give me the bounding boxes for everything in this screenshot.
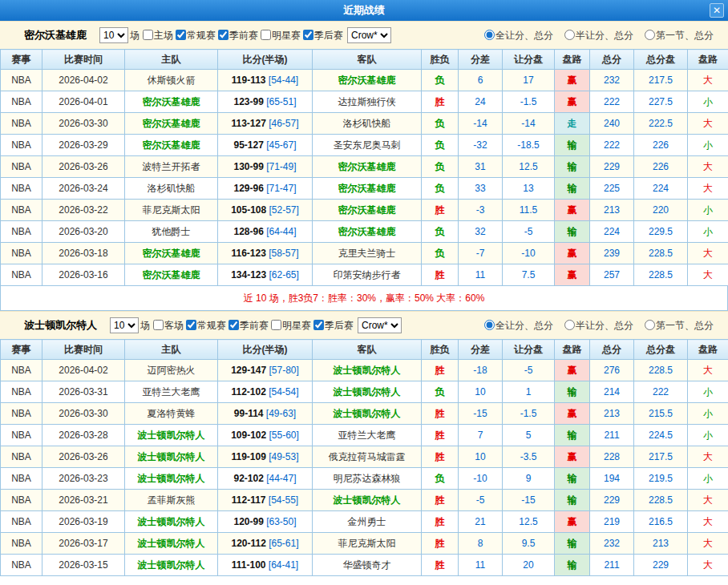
half-score: [58-57] <box>266 248 299 259</box>
result-cell: 负 <box>422 113 459 135</box>
handicap-result-cell: 赢 <box>555 200 590 221</box>
checkbox-input[interactable] <box>186 320 196 330</box>
filter-checkbox-1-2[interactable]: 季前赛 <box>229 320 269 331</box>
checkbox-input[interactable] <box>261 30 271 40</box>
checkbox-input[interactable] <box>143 30 153 40</box>
column-header: 胜负 <box>422 50 459 70</box>
team-name: 密尔沃基雄鹿 <box>24 28 87 42</box>
score-cell: 120-112 [65-61] <box>218 533 313 555</box>
checkbox-input[interactable] <box>313 320 324 330</box>
radio-input[interactable] <box>484 30 495 40</box>
league-cell: NBA <box>1 200 42 221</box>
full-score: 120-99 <box>233 516 263 527</box>
radio-input[interactable] <box>564 30 575 40</box>
checkbox-input[interactable] <box>229 320 239 330</box>
result-cell: 负 <box>422 243 459 264</box>
result-cell: 胜 <box>422 403 459 425</box>
radio-input[interactable] <box>564 320 575 330</box>
score-cell: 105-108 [52-57] <box>218 200 313 221</box>
full-score: 129-96 <box>233 183 263 194</box>
date-cell: 2026-03-22 <box>42 200 125 221</box>
home-team-cell: 菲尼克斯太阳 <box>125 200 218 221</box>
handicap-result-cell: 赢 <box>555 511 590 533</box>
total-cell: 229 <box>590 156 634 178</box>
odds-type-radio-0-2[interactable]: 第一节、总分 <box>645 29 714 42</box>
full-score: 92-102 <box>233 473 263 484</box>
checkbox-input[interactable] <box>176 30 186 40</box>
date-cell: 2026-03-24 <box>42 178 125 200</box>
filter-checkbox-0-0[interactable]: 主场 <box>143 30 173 41</box>
home-team-cell: 密尔沃基雄鹿 <box>125 113 218 135</box>
odds-type-radio-1-2[interactable]: 第一节、总分 <box>645 319 714 333</box>
total-cell: 213 <box>590 403 634 425</box>
filter-checkbox-0-2[interactable]: 季前赛 <box>218 30 258 41</box>
radio-input[interactable] <box>484 320 495 330</box>
games-count-select[interactable]: 10 <box>110 317 139 333</box>
radio-input[interactable] <box>645 30 655 40</box>
league-cell: NBA <box>1 360 42 381</box>
filter-checkbox-1-3[interactable]: 明星赛 <box>271 320 311 331</box>
table-row: NBA2026-03-26波士顿凯尔特人119-109 [49-53]俄克拉荷马… <box>1 446 728 468</box>
column-header: 主队 <box>125 340 218 360</box>
diff-cell: 7 <box>459 425 503 446</box>
away-team-cell: 波士顿凯尔特人 <box>313 381 422 403</box>
away-team-cell: 波士顿凯尔特人 <box>313 403 422 425</box>
odds-type-radio-1-0[interactable]: 全让分、总分 <box>484 319 553 333</box>
full-score: 120-112 <box>231 538 265 549</box>
full-score: 130-99 <box>233 161 263 172</box>
total-cell: 194 <box>590 468 634 490</box>
column-header: 盘路 <box>688 340 728 360</box>
window-title: 近期战绩 <box>343 4 385 16</box>
odds-type-radio-0-0[interactable]: 全让分、总分 <box>484 29 553 42</box>
total-cell: 211 <box>590 425 634 446</box>
total-line-cell: 227.5 <box>634 91 688 113</box>
total-line-cell: 217.5 <box>634 446 688 468</box>
total-line-cell: 213 <box>634 533 688 555</box>
ou-cell: 大 <box>688 533 728 555</box>
away-team-cell: 洛杉矶快船 <box>313 113 422 135</box>
bookmaker-select[interactable]: Crow* <box>358 317 402 333</box>
league-cell: NBA <box>1 490 42 511</box>
filter-checkbox-1-1[interactable]: 常规赛 <box>186 320 226 331</box>
odds-type-radio-1-1[interactable]: 半让分、总分 <box>564 319 633 333</box>
date-cell: 2026-03-29 <box>42 135 125 156</box>
checkbox-input[interactable] <box>218 30 229 40</box>
filter-checkbox-1-4[interactable]: 季后赛 <box>313 320 354 331</box>
full-score: 109-102 <box>231 430 266 441</box>
diff-cell: -5 <box>459 490 503 511</box>
table-row: NBA2026-03-18密尔沃基雄鹿116-123 [58-57]克里夫兰骑士… <box>1 243 728 264</box>
score-cell: 109-102 [55-60] <box>218 425 313 446</box>
table-row: NBA2026-04-02休斯顿火箭119-113 [54-44]密尔沃基雄鹿负… <box>1 70 728 91</box>
filter-checkbox-0-3[interactable]: 明星赛 <box>261 30 301 41</box>
checkbox-input[interactable] <box>271 320 281 330</box>
radio-input[interactable] <box>645 320 655 330</box>
checkbox-input[interactable] <box>303 30 313 40</box>
odds-type-radio-0-1[interactable]: 半让分、总分 <box>564 29 633 42</box>
section-header: 波士顿凯尔特人 10 场 客场常规赛季前赛明星赛季后赛 Crow* 全让分、总分… <box>0 311 728 339</box>
handicap-cell: 5 <box>503 425 555 446</box>
date-cell: 2026-03-26 <box>42 446 125 468</box>
close-icon[interactable]: ✕ <box>710 3 724 18</box>
date-cell: 2026-03-30 <box>42 403 125 425</box>
filter-checkbox-0-4[interactable]: 季后赛 <box>303 30 343 41</box>
league-cell: NBA <box>1 468 42 490</box>
column-header: 比赛时间 <box>42 340 125 360</box>
total-line-cell: 220 <box>634 200 688 221</box>
total-line-cell: 217.5 <box>634 70 688 91</box>
league-cell: NBA <box>1 264 42 286</box>
total-line-cell: 228.5 <box>634 490 688 511</box>
bookmaker-select[interactable]: Crow* <box>347 27 391 43</box>
ou-cell: 小 <box>688 425 728 446</box>
filter-checkbox-0-1[interactable]: 常规赛 <box>176 30 216 41</box>
games-count-select[interactable]: 10 <box>99 27 128 43</box>
handicap-cell: 9.5 <box>503 533 555 555</box>
column-header: 总分 <box>590 340 634 360</box>
ou-cell: 大 <box>688 555 728 576</box>
total-cell: 219 <box>590 511 634 533</box>
result-cell: 负 <box>422 468 459 490</box>
filter-checkbox-1-0[interactable]: 客场 <box>153 320 184 331</box>
handicap-cell: 13 <box>503 178 555 200</box>
result-cell: 胜 <box>422 264 459 286</box>
checkbox-input[interactable] <box>153 320 164 330</box>
half-score: [63-50] <box>264 516 297 527</box>
